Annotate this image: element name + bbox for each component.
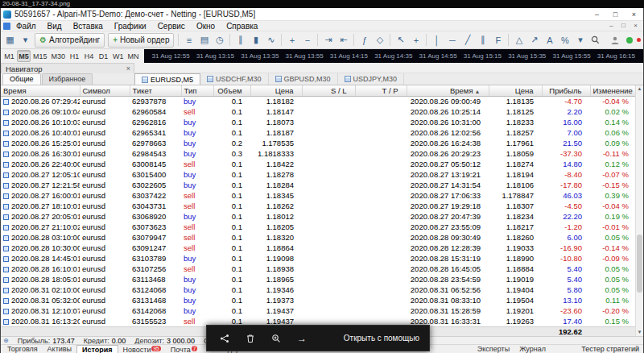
strategy-tester-icon[interactable]: ◷ <box>212 33 227 48</box>
menu-item[interactable]: Файл <box>10 21 42 31</box>
timeframe-button-h1[interactable]: H1 <box>68 50 81 62</box>
chart-tab[interactable]: GBPUSD,M30 <box>269 73 338 85</box>
maximize-button[interactable]: □ <box>606 8 625 21</box>
open-with-button[interactable]: Открыть с помощью <box>344 334 419 343</box>
user-avatar[interactable] <box>607 33 622 48</box>
timeframe-button-m15[interactable]: M15 <box>31 50 49 62</box>
vertical-line-icon[interactable]: │ <box>429 33 444 48</box>
minimize-button[interactable]: – <box>588 8 606 21</box>
strategy-tester-tab[interactable]: Тестер стратегий <box>581 345 639 353</box>
zoom-in-icon[interactable] <box>263 334 289 343</box>
column-header[interactable]: T / P <box>355 85 407 96</box>
table-row[interactable]: 2020.08.27 20:05:01eurusd63068920buy0.11… <box>1 211 637 222</box>
vertical-scrollbar[interactable]: ▲ ▼ <box>635 85 643 336</box>
search-icon[interactable] <box>588 33 603 48</box>
bars-chart-icon[interactable]: ∥ <box>233 33 248 48</box>
navigator-tab[interactable]: Общие <box>2 73 41 85</box>
column-header[interactable]: S / L <box>302 85 355 96</box>
navigator-caption[interactable]: Навигатор × <box>1 63 134 73</box>
timeframe-button-d1[interactable]: D1 <box>97 50 110 62</box>
timeframe-button-mn[interactable]: MN <box>126 50 141 62</box>
candles-chart-icon[interactable]: ▮ <box>248 33 263 48</box>
algo-trading-button[interactable]: ⚙ Алготрейдинг <box>35 33 105 48</box>
scroll-down-icon[interactable]: ▼ <box>636 329 643 336</box>
table-row[interactable]: 2020.08.26 09:10:04eurusd62960584sell0.1… <box>1 106 637 117</box>
table-row[interactable]: 2020.08.27 21:10:02eurusd63073623sell0.1… <box>1 222 637 232</box>
depth-of-market-icon[interactable]: ≡ <box>181 33 196 48</box>
equidistant-channel-icon[interactable]: ∥ <box>475 33 490 48</box>
chart-window-icon[interactable] <box>3 23 10 30</box>
indicators-icon[interactable]: ƒ <box>357 33 372 48</box>
column-header[interactable]: Прибыль <box>542 85 590 96</box>
column-header[interactable]: Цена <box>489 85 542 96</box>
arrows-icon[interactable]: ↗ <box>526 33 542 48</box>
delete-icon[interactable] <box>237 334 263 343</box>
toolbox-tab[interactable]: История <box>76 345 118 353</box>
table-row[interactable]: 2020.08.28 18:05:01eurusd63113468buy0.11… <box>1 274 637 284</box>
shapes-icon[interactable]: △ <box>511 33 526 48</box>
table-row[interactable]: 2020.08.27 16:00:01eurusd63037422sell0.1… <box>1 190 637 201</box>
toolbox-tab[interactable]: Торговля <box>2 345 43 353</box>
table-row[interactable]: 2020.08.28 03:10:00eurusd63079947sell0.1… <box>1 232 637 243</box>
mdi-restore-button[interactable]: □ <box>617 21 630 31</box>
fibonacci-icon[interactable]: F <box>490 33 506 48</box>
menu-item[interactable]: Справка <box>221 21 263 31</box>
dropdown-caret-icon[interactable]: ▾ <box>572 33 588 48</box>
title-bar[interactable]: 50591657 - Alpari-MT5-Demo: Демо-счет - … <box>1 8 643 21</box>
chart-shift-icon[interactable]: ⇤ <box>336 33 351 48</box>
column-header[interactable]: Символ <box>80 85 130 96</box>
table-row[interactable]: 2020.08.26 16:30:01eurusd62984543buy0.31… <box>1 148 637 159</box>
crosshair-icon[interactable]: + <box>408 33 423 48</box>
menu-item[interactable]: Окно <box>191 21 221 31</box>
column-header[interactable]: Время <box>1 85 80 96</box>
timeframe-button-m30[interactable]: M30 <box>50 50 68 62</box>
toolbox-tab[interactable]: Новости95 <box>118 345 166 353</box>
close-button[interactable]: × <box>625 8 643 21</box>
column-header[interactable]: Цена <box>250 85 302 96</box>
table-row[interactable]: 2020.08.31 05:32:00eurusd63131468buy0.11… <box>1 295 637 305</box>
chart-tab[interactable]: USDCHF,M30 <box>200 73 269 85</box>
trendline-icon[interactable]: ╱ <box>460 33 475 48</box>
table-row[interactable]: 2020.08.28 16:10:01eurusd63107256sell0.1… <box>1 264 637 274</box>
column-header[interactable]: Время▲ <box>407 85 489 96</box>
timeframe-button-m1[interactable]: M1 <box>2 50 16 62</box>
table-row[interactable]: 2020.08.27 12:05:10eurusd63015400buy0.11… <box>1 169 637 180</box>
menu-item[interactable]: Сервис <box>152 21 191 31</box>
scroll-up-icon[interactable]: ▲ <box>636 85 643 93</box>
table-row[interactable]: 2020.08.26 07:29:42eurusd62937878buy0.11… <box>1 96 637 106</box>
table-row[interactable]: 2020.08.26 10:40:01eurusd62965341buy0.11… <box>1 127 637 138</box>
table-row[interactable]: 2020.08.28 14:45:01eurusd63103789buy0.11… <box>1 253 637 264</box>
mdi-minimize-button[interactable]: – <box>605 21 617 31</box>
line-chart-icon[interactable]: ∿ <box>263 33 279 48</box>
zoom-out-icon[interactable]: − <box>299 33 315 48</box>
table-row[interactable]: 2020.08.27 18:10:01eurusd63043731sell0.1… <box>1 201 637 211</box>
cursor-icon[interactable]: ↖ <box>393 33 408 48</box>
toolbox-tab[interactable]: Эксперты <box>473 345 514 353</box>
chart-tab[interactable]: USDJPY,M30 <box>338 73 404 85</box>
navigator-close-icon[interactable]: × <box>126 64 130 73</box>
column-header[interactable]: Изменение <box>590 85 637 96</box>
table-row[interactable]: 2020.08.31 02:10:00eurusd63124068buy0.11… <box>1 284 637 295</box>
auto-scroll-icon[interactable]: ⇥ <box>320 33 336 48</box>
menu-item[interactable]: Вид <box>42 21 68 31</box>
toolbox-tab[interactable]: Журнал <box>514 345 551 353</box>
text-label-icon[interactable]: A <box>542 33 557 48</box>
share-icon[interactable] <box>212 334 237 343</box>
percent-menu-icon[interactable]: % <box>557 33 572 48</box>
new-order-button[interactable]: + Новый ордер <box>108 33 174 48</box>
table-row[interactable]: 2020.08.28 10:30:00eurusd63091247sell0.1… <box>1 243 637 253</box>
horizontal-line-icon[interactable]: ─ <box>444 33 460 48</box>
new-chart-icon[interactable]: ▦ <box>2 33 18 48</box>
chart-tab[interactable]: EURUSD,M5 <box>134 73 200 85</box>
table-row[interactable]: 2020.08.31 12:10:07eurusd63142068buy0.11… <box>1 305 637 316</box>
menu-item[interactable]: Графики <box>109 21 152 31</box>
table-row[interactable]: 2020.08.26 15:25:01eurusd62978663buy0.21… <box>1 138 637 148</box>
column-header[interactable]: Тип <box>181 85 213 96</box>
column-header[interactable]: Объем <box>213 85 250 96</box>
timeframe-button-m5[interactable]: M5 <box>17 50 31 62</box>
timeframe-button-h4[interactable]: H4 <box>82 50 96 62</box>
navigator-tab[interactable]: Избранное <box>42 73 93 85</box>
toolbox-tab[interactable]: Активы <box>43 345 76 353</box>
timeframe-button-w1[interactable]: W1 <box>111 50 126 62</box>
toolbox-tab[interactable]: Почта7 <box>166 345 203 353</box>
